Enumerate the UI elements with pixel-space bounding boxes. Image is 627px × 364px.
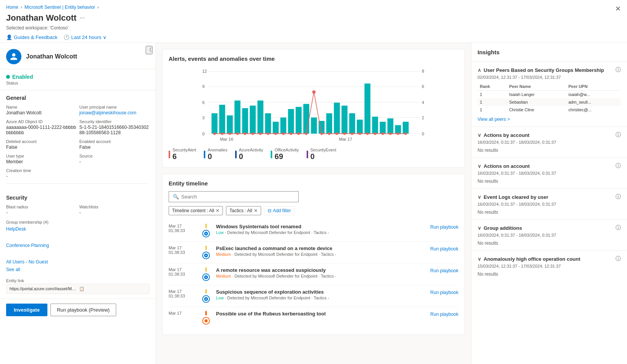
guides-feedback-button[interactable]: 👤 Guides & Feedback (6, 34, 57, 40)
entity-link-box[interactable]: https://portal.azure.com/#asset/Microsof… (6, 284, 149, 294)
upn-field: User principal name jonaw@alpineskihouse… (80, 105, 150, 115)
svg-rect-36 (372, 117, 378, 133)
general-info-grid: Name Jonathan Wolcott User principal nam… (6, 105, 149, 179)
group-item-all-users: All Users - No Guest (6, 258, 149, 266)
see-all-groups-link[interactable]: See all (6, 267, 20, 272)
remove-timeline-filter[interactable]: ✕ (216, 208, 219, 213)
svg-text:4: 4 (422, 100, 424, 105)
group-additions-info-icon[interactable]: ⓘ (616, 224, 621, 231)
breadcrumb-sep2: › (97, 5, 99, 10)
expand-actions-on-account-button[interactable]: ∨ (478, 163, 481, 169)
close-button[interactable]: ✕ (615, 5, 621, 13)
timeline-content: Possible use of the Rubeus kerberoasting… (216, 311, 427, 317)
svg-text:2: 2 (422, 115, 424, 120)
run-playbook-button-5[interactable]: Run playbook (430, 311, 458, 317)
svg-point-66 (404, 132, 407, 135)
timeline-item: Mar 17 01:38:33 PsExec launched a comman… (169, 242, 458, 263)
expand-event-logs-button[interactable]: ∨ (478, 194, 481, 200)
svg-point-48 (267, 132, 270, 135)
insight-card-group-additions: ∨ Group additions ⓘ 16/03/2024, 0:31:37 … (471, 220, 627, 251)
svg-point-55 (320, 132, 323, 135)
page-title: Jonathan Wolcott (6, 13, 76, 23)
svg-point-45 (244, 132, 247, 135)
svg-text:6: 6 (202, 100, 205, 105)
run-playbook-button-3[interactable]: Run playbook (430, 267, 458, 273)
copy-icon[interactable]: 📋 (79, 286, 146, 291)
security-section-title: Security (6, 195, 149, 201)
timeline-content-filter[interactable]: Timeline content : All ✕ (169, 206, 223, 215)
search-box[interactable]: 🔍 (169, 191, 299, 202)
enabled-account-field: Enabled account False (80, 139, 150, 150)
insights-header: Insights (471, 43, 627, 62)
add-filter-button[interactable]: ⊟ Add filter (264, 206, 294, 215)
svg-point-56 (328, 132, 331, 135)
event-logs-info-icon[interactable]: ⓘ (616, 193, 621, 200)
status-label: Status (6, 81, 149, 85)
run-playbook-button-1[interactable]: Run playbook (430, 224, 458, 230)
expand-group-additions-button[interactable]: ∨ (478, 225, 481, 231)
collapse-user-peers-button[interactable]: ∧ (478, 67, 481, 73)
svg-point-49 (275, 132, 277, 135)
svg-rect-30 (326, 113, 332, 133)
expand-anomalous-office-button[interactable]: ∨ (478, 256, 481, 262)
blast-radius-field: Blast radius - (6, 205, 76, 215)
breadcrumb-home[interactable]: Home (6, 5, 18, 10)
azure-ad-value: aaaaaaaa-0000-1111-2222-bbbbbbbbbbbb (6, 125, 76, 135)
run-playbook-button-4[interactable]: Run playbook (430, 289, 458, 295)
table-row: 1 Sebastian adm_seull... (478, 98, 621, 106)
breadcrumb-sentinel[interactable]: Microsoft Sentinel | Entity behavior (24, 5, 95, 10)
chart-svg: 12 9 6 3 0 8 6 4 2 0 (169, 67, 458, 143)
status-value: Enabled (12, 74, 33, 80)
view-all-peers-link[interactable]: View all peers > (478, 117, 621, 122)
security-id-value: S-1-5-21-18401516660-3534030288-10558656… (80, 125, 150, 135)
collapse-panel-button[interactable]: 《 (146, 46, 153, 54)
svg-text:Mar 16: Mar 16 (220, 137, 234, 141)
svg-point-58 (343, 132, 346, 135)
actions-on-account-info-icon[interactable]: ⓘ (616, 162, 621, 169)
svg-rect-15 (211, 113, 218, 133)
timeline-dot (202, 295, 210, 303)
investigate-button[interactable]: Investigate (6, 304, 47, 316)
timeline-title: Entity timeline (169, 180, 458, 187)
search-icon: 🔍 (173, 194, 179, 200)
breadcrumb: Home › Microsoft Sentinel | Entity behav… (6, 0, 621, 11)
run-playbook-button-2[interactable]: Run playbook (430, 245, 458, 252)
watchlists-value: - (80, 210, 150, 215)
remove-tactics-filter[interactable]: ✕ (254, 208, 258, 213)
anomalous-office-date: 15/03/2024, 12:31:37 - 17/03/2024, 12:31… (478, 264, 621, 268)
timeline-time: Mar 17 01:38:33 (169, 289, 199, 298)
svg-rect-20 (250, 106, 256, 133)
actions-on-account-no-results: No results (478, 179, 621, 184)
group-membership-field: Group membership (4) HelpDesk Conference… (6, 220, 149, 272)
actions-by-account-info-icon[interactable]: ⓘ (616, 132, 621, 138)
middle-panel: Alerts, events and anomalies over time 1… (156, 43, 471, 364)
expand-actions-by-account-button[interactable]: ∨ (478, 132, 481, 138)
search-input[interactable] (181, 194, 294, 200)
run-playbook-preview-button[interactable]: Run playbook (Preview) (50, 304, 116, 316)
left-footer: Investigate Run playbook (Preview) (0, 299, 156, 321)
deleted-value: False (6, 145, 76, 150)
page-title-row: Jonathan Wolcott ··· ✕ (6, 11, 621, 24)
more-options-button[interactable]: ··· (80, 15, 84, 21)
time-range-button[interactable]: 🕐 Last 24 hours ∨ (63, 34, 107, 40)
breadcrumb-sep1: › (21, 5, 22, 10)
upn-value[interactable]: jonaw@alpineskihouse.com (80, 110, 150, 115)
user-peers-info-icon[interactable]: ⓘ (616, 67, 621, 73)
timeline-section: Entity timeline 🔍 Timeline content : All… (162, 174, 465, 335)
user-type-value: Member (6, 159, 76, 164)
insight-card-actions-by-account: ∨ Actions by account ⓘ 16/03/2024, 0:31:… (471, 127, 627, 158)
legend-azure-activity: AzureActivity 0 (235, 148, 263, 161)
svg-rect-22 (265, 113, 271, 133)
svg-rect-37 (380, 122, 386, 133)
timeline-time: Mar 17 01:38:33 (169, 224, 199, 233)
svg-point-47 (259, 132, 262, 135)
anomalous-office-info-icon[interactable]: ⓘ (616, 255, 621, 262)
svg-rect-33 (349, 113, 355, 133)
tactics-filter[interactable]: Tactics : All ✕ (226, 206, 261, 215)
chart-legend: SecurityAlert 6 Anomalies 0 AzureActivit… (169, 148, 458, 161)
svg-point-46 (252, 132, 254, 135)
source-value: - (80, 159, 150, 164)
svg-point-51 (290, 132, 292, 135)
search-row: 🔍 (169, 191, 458, 202)
entity-link-field: Entity link https://portal.azure.com/#as… (6, 278, 149, 294)
